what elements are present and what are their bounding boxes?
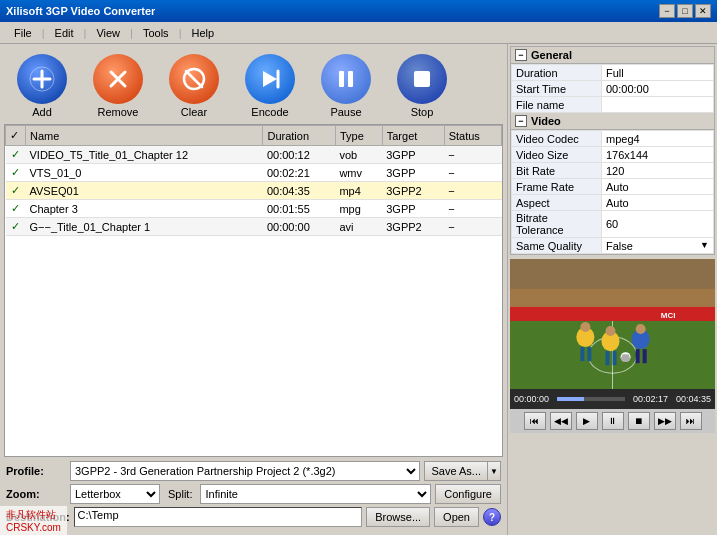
file-table-body: ✓ VIDEO_T5_Title_01_Chapter 12 00:00:12 … [6, 146, 502, 236]
preview-image: MCI [510, 259, 715, 389]
remove-label: Remove [98, 106, 139, 118]
prop-value[interactable]: 00:00:00 [602, 81, 714, 97]
open-button[interactable]: Open [434, 507, 479, 527]
row-target: 3GPP [382, 200, 444, 218]
timeline-bar[interactable] [557, 397, 625, 401]
clear-label: Clear [181, 106, 207, 118]
pause-label: Pause [330, 106, 361, 118]
row-check[interactable]: ✓ [6, 218, 26, 236]
seek-start-button[interactable]: ⏮ [524, 412, 546, 430]
prop-value[interactable] [602, 97, 714, 113]
prop-value[interactable]: 176x144 [602, 147, 714, 163]
row-status: − [444, 182, 501, 200]
prop-value[interactable]: 60 [602, 211, 714, 238]
save-as-main[interactable]: Save As... [424, 461, 487, 481]
row-target: 3GPP [382, 146, 444, 164]
menu-tools[interactable]: Tools [133, 25, 179, 41]
add-button[interactable]: Add [6, 52, 78, 120]
menu-help[interactable]: Help [181, 25, 224, 41]
svg-text:MCI: MCI [661, 311, 676, 320]
watermark-line1: 非凡软件站 [6, 509, 56, 520]
row-type: mp4 [335, 182, 382, 200]
save-as-arrow[interactable]: ▼ [487, 461, 501, 481]
table-row[interactable]: ✓ AVSEQ01 00:04:35 mp4 3GPP2 − [6, 182, 502, 200]
file-list[interactable]: ✓ Name Duration Type Target Status ✓ VID… [4, 124, 503, 457]
stop-icon [397, 54, 447, 104]
prop-value[interactable]: False ▼ [602, 238, 714, 254]
stop-button[interactable]: Stop [386, 52, 458, 120]
prop-key: Same Quality [512, 238, 602, 254]
row-check[interactable]: ✓ [6, 200, 26, 218]
browse-button[interactable]: Browse... [366, 507, 430, 527]
remove-icon [93, 54, 143, 104]
prop-key: Start Time [512, 81, 602, 97]
prop-key: Aspect [512, 195, 602, 211]
maximize-button[interactable]: □ [677, 4, 693, 18]
help-button[interactable]: ? [483, 508, 501, 526]
forward-button[interactable]: ▶▶ [654, 412, 676, 430]
prop-key: File name [512, 97, 602, 113]
seek-end-button[interactable]: ⏭ [680, 412, 702, 430]
window-controls: − □ ✕ [659, 4, 711, 18]
table-row[interactable]: ✓ VIDEO_T5_Title_01_Chapter 12 00:00:12 … [6, 146, 502, 164]
minimize-button[interactable]: − [659, 4, 675, 18]
time-start: 00:00:00 [514, 394, 549, 404]
remove-button[interactable]: Remove [82, 52, 154, 120]
property-row: DurationFull [512, 65, 714, 81]
time-end: 00:04:35 [676, 394, 711, 404]
svg-rect-23 [587, 347, 591, 361]
table-row[interactable]: ✓ G−−_Title_01_Chapter 1 00:00:00 avi 3G… [6, 218, 502, 236]
prop-value[interactable]: Auto [602, 179, 714, 195]
row-duration: 00:04:35 [263, 182, 335, 200]
row-target: 3GPP2 [382, 182, 444, 200]
row-name: G−−_Title_01_Chapter 1 [26, 218, 263, 236]
close-button[interactable]: ✕ [695, 4, 711, 18]
video-section-header: − Video [511, 113, 714, 130]
zoom-select[interactable]: Letterbox [70, 484, 160, 504]
col-check: ✓ [6, 126, 26, 146]
prop-key: Video Size [512, 147, 602, 163]
row-type: vob [335, 146, 382, 164]
profile-row: Profile: 3GPP2 - 3rd Generation Partners… [6, 461, 501, 481]
video-properties-table: Video Codecmpeg4Video Size176x144Bit Rat… [511, 130, 714, 254]
prop-value[interactable]: Full [602, 65, 714, 81]
configure-button[interactable]: Configure [435, 484, 501, 504]
main-layout: Add Remove Clear [0, 44, 717, 535]
col-status: Status [444, 126, 501, 146]
prop-value[interactable]: mpeg4 [602, 131, 714, 147]
menu-edit[interactable]: Edit [45, 25, 84, 41]
property-row: File name [512, 97, 714, 113]
clear-button[interactable]: Clear [158, 52, 230, 120]
timeline[interactable]: 00:00:00 00:02:17 00:04:35 [510, 389, 715, 409]
stop-ctrl-button[interactable]: ⏹ [628, 412, 650, 430]
svg-rect-9 [339, 71, 344, 87]
pause-button[interactable]: Pause [310, 52, 382, 120]
row-check[interactable]: ✓ [6, 182, 26, 200]
split-select[interactable]: Infinite [200, 484, 431, 504]
prop-value[interactable]: Auto [602, 195, 714, 211]
row-check[interactable]: ✓ [6, 164, 26, 182]
prop-value[interactable]: 120 [602, 163, 714, 179]
rewind-button[interactable]: ◀◀ [550, 412, 572, 430]
left-panel: Add Remove Clear [0, 44, 507, 535]
app-title: Xilisoft 3GP Video Converter [6, 5, 155, 17]
profile-select[interactable]: 3GPP2 - 3rd Generation Partnership Proje… [70, 461, 420, 481]
row-status: − [444, 164, 501, 182]
svg-marker-7 [263, 71, 277, 87]
table-row[interactable]: ✓ VTS_01_0 00:02:21 wmv 3GPP − [6, 164, 502, 182]
destination-path: C:\Temp [74, 507, 363, 527]
pause-ctrl-button[interactable]: ⏸ [602, 412, 624, 430]
col-name: Name [26, 126, 263, 146]
menu-file[interactable]: File [4, 25, 42, 41]
row-status: − [444, 218, 501, 236]
encode-button[interactable]: Encode [234, 52, 306, 120]
play-button[interactable]: ▶ [576, 412, 598, 430]
table-row[interactable]: ✓ Chapter 3 00:01:55 mpg 3GPP − [6, 200, 502, 218]
menu-view[interactable]: View [86, 25, 130, 41]
save-as-button[interactable]: Save As... ▼ [424, 461, 501, 481]
svg-rect-22 [580, 347, 584, 361]
row-check[interactable]: ✓ [6, 146, 26, 164]
video-expand[interactable]: − [515, 115, 527, 127]
general-expand[interactable]: − [515, 49, 527, 61]
toolbar: Add Remove Clear [4, 48, 503, 124]
